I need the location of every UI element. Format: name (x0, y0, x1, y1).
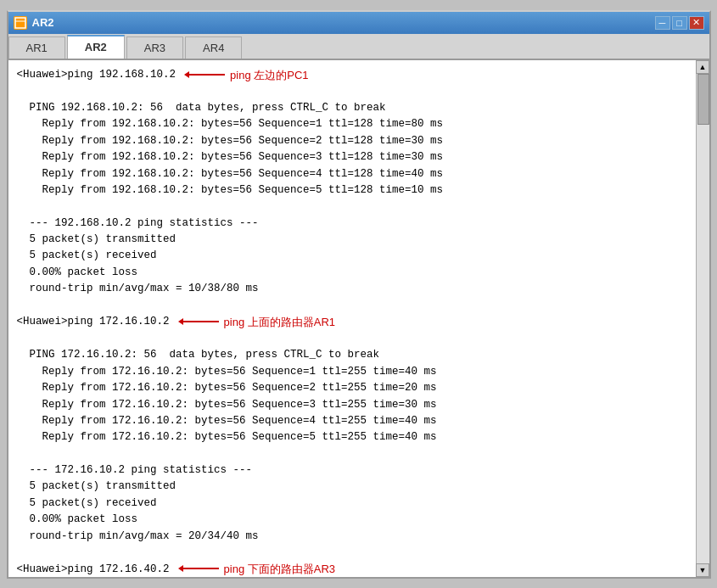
stats-rx-1: 5 packet(s) received (17, 249, 157, 261)
main-window: AR2 ─ □ ✕ AR1 AR2 AR3 AR4 <Huawei>ping 1… (7, 10, 711, 579)
content-area: <Huawei>ping 192.168.10.2ping 左边的PC1 PIN… (8, 60, 709, 577)
annotation-2: ping 上面的路由器AR1 (224, 314, 335, 331)
reply-1-2: Reply from 192.168.10.2: bytes=56 Sequen… (17, 135, 444, 147)
restore-button[interactable]: □ (672, 16, 687, 30)
stats-header-1: --- 192.168.10.2 ping statistics --- (17, 217, 259, 229)
cmd-line-3: <Huawei>ping 172.16.40.2ping 下面的路由器AR3 (17, 561, 687, 576)
tab-bar: AR1 AR2 AR3 AR4 (8, 34, 709, 60)
stats-rtt-2: round-trip min/avg/max = 20/34/40 ms (17, 530, 259, 542)
stats-loss-2: 0.00% packet loss (17, 513, 138, 525)
scroll-down-button[interactable]: ▼ (696, 563, 709, 577)
close-button[interactable]: ✕ (689, 16, 704, 30)
ping-header-1: PING 192.168.10.2: 56 data bytes, press … (17, 102, 386, 114)
cmd-line-2: <Huawei>ping 172.16.10.2ping 上面的路由器AR1 (17, 314, 687, 331)
terminal-output[interactable]: <Huawei>ping 192.168.10.2ping 左边的PC1 PIN… (8, 60, 696, 577)
reply-2-1: Reply from 172.16.10.2: bytes=56 Sequenc… (17, 366, 437, 378)
window-title: AR2 (32, 16, 54, 29)
blank-2 (17, 300, 24, 311)
cmd-text-3: <Huawei>ping 172.16.40.2 (17, 562, 170, 577)
reply-2-4: Reply from 172.16.10.2: bytes=56 Sequenc… (17, 415, 437, 427)
svg-rect-0 (15, 18, 25, 28)
cmd-line-1: <Huawei>ping 192.168.10.2ping 左边的PC1 (17, 67, 687, 84)
arrow-3 (178, 562, 221, 577)
stats-loss-1: 0.00% packet loss (17, 266, 138, 278)
cmd-text-1: <Huawei>ping 192.168.10.2 (17, 67, 176, 83)
svg-marker-5 (178, 318, 183, 325)
svg-marker-3 (184, 71, 189, 78)
ping-header-2: PING 172.16.10.2: 56 data bytes, press C… (17, 349, 380, 361)
app-icon (14, 16, 27, 30)
stats-rtt-1: round-trip min/avg/max = 10/38/80 ms (17, 283, 259, 294)
reply-1-1: Reply from 192.168.10.2: bytes=56 Sequen… (17, 118, 444, 130)
annotation-3: ping 下面的路由器AR3 (224, 561, 335, 576)
reply-1-4: Reply from 192.168.10.2: bytes=56 Sequen… (17, 168, 444, 180)
scrollbar-track[interactable] (697, 74, 709, 563)
arrow-2 (178, 314, 221, 330)
tab-ar1[interactable]: AR1 (8, 36, 65, 59)
stats-header-2: --- 172.16.10.2 ping statistics --- (17, 464, 253, 476)
scrollbar[interactable]: ▲ ▼ (696, 60, 709, 577)
tab-ar4[interactable]: AR4 (185, 36, 242, 59)
arrow-1 (184, 67, 227, 83)
title-controls: ─ □ ✕ (655, 16, 704, 30)
stats-rx-2: 5 packet(s) received (17, 497, 157, 509)
tab-ar2[interactable]: AR2 (67, 35, 125, 59)
reply-2-5: Reply from 172.16.10.2: bytes=56 Sequenc… (17, 431, 437, 443)
blank-3 (17, 448, 24, 460)
svg-marker-7 (178, 565, 183, 572)
blank-1 (17, 200, 24, 212)
minimize-button[interactable]: ─ (655, 16, 670, 30)
stats-tx-1: 5 packet(s) transmitted (17, 233, 176, 245)
blank-4 (17, 546, 24, 558)
reply-2-2: Reply from 172.16.10.2: bytes=56 Sequenc… (17, 382, 437, 394)
stats-tx-2: 5 packet(s) transmitted (17, 480, 176, 492)
scrollbar-thumb[interactable] (697, 74, 709, 125)
cmd-text-2: <Huawei>ping 172.16.10.2 (17, 314, 170, 330)
title-bar: AR2 ─ □ ✕ (8, 12, 709, 34)
title-bar-left: AR2 (14, 16, 54, 30)
reply-2-3: Reply from 172.16.10.2: bytes=56 Sequenc… (17, 399, 437, 411)
reply-1-3: Reply from 192.168.10.2: bytes=56 Sequen… (17, 151, 444, 163)
annotation-1: ping 左边的PC1 (230, 67, 308, 84)
scroll-up-button[interactable]: ▲ (696, 60, 709, 74)
tab-ar3[interactable]: AR3 (126, 36, 183, 59)
reply-1-5: Reply from 192.168.10.2: bytes=56 Sequen… (17, 184, 444, 196)
